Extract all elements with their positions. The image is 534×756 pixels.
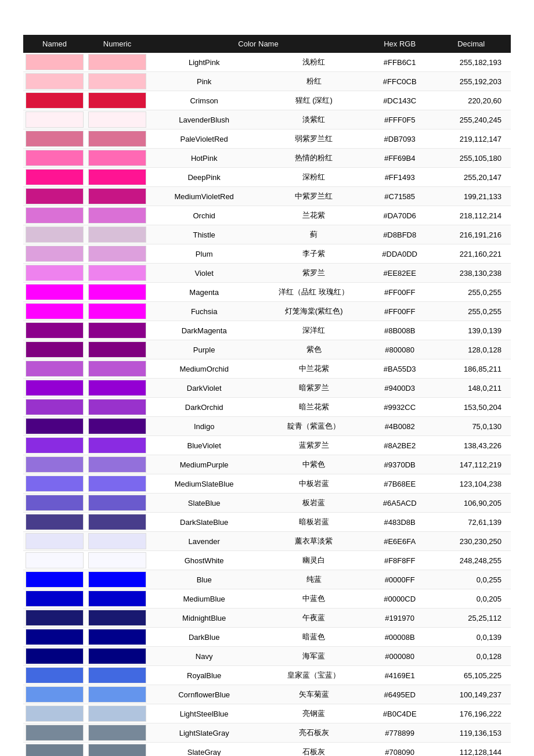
numeric-swatch [88,226,146,243]
numeric-swatch-cell [86,53,149,72]
col-named: Named [23,35,86,53]
table-row: Blue纯蓝#0000FF0,0,255 [23,570,511,589]
color-hex: #8B008B [368,321,431,340]
color-hex: #FFF0F5 [368,110,431,129]
named-swatch [26,610,84,626]
color-name-en: MediumPurple [149,455,259,474]
color-hex: #E6E6FA [368,532,431,551]
color-decimal: 100,149,237 [431,685,511,704]
color-decimal: 0,0,205 [431,589,511,609]
color-decimal: 199,21,133 [431,187,511,206]
numeric-swatch [88,476,146,492]
named-swatch-cell [23,72,86,91]
numeric-swatch [88,111,146,128]
color-decimal: 128,0,128 [431,340,511,359]
color-hex: #0000CD [368,589,431,609]
color-name-zh: 李子紫 [259,244,368,264]
numeric-swatch [88,725,146,741]
color-name-zh: 深洋红 [259,321,368,340]
numeric-swatch [88,303,146,319]
named-swatch [26,514,84,530]
numeric-swatch [88,667,146,683]
color-name-en: DarkBlue [149,628,259,647]
named-swatch [26,495,84,511]
color-name-en: LavenderBlush [149,110,259,129]
color-name-zh: 亮钢蓝 [259,704,368,723]
numeric-swatch [88,648,146,664]
color-decimal: 255,0,255 [431,283,511,302]
table-row: GhostWhite幽灵白#F8F8FF248,248,255 [23,551,511,570]
color-decimal: 230,230,250 [431,532,511,551]
color-name-en: Crimson [149,91,259,110]
numeric-swatch [88,131,146,147]
table-row: MediumVioletRed中紫罗兰红#C71585199,21,133 [23,187,511,206]
color-name-zh: 纯蓝 [259,570,368,589]
numeric-swatch [88,437,146,453]
named-swatch-cell [23,359,86,379]
numeric-swatch-cell [86,436,149,455]
color-decimal: 148,0,211 [431,379,511,398]
numeric-swatch-cell [86,723,149,743]
color-name-en: Violet [149,264,259,283]
table-row: MediumBlue中蓝色#0000CD0,0,205 [23,589,511,609]
numeric-swatch [88,188,146,204]
numeric-swatch [88,265,146,281]
table-row: PaleVioletRed弱紫罗兰红#DB7093219,112,147 [23,129,511,149]
named-swatch-cell [23,340,86,359]
named-swatch-cell [23,609,86,628]
color-name-zh: 午夜蓝 [259,609,368,628]
numeric-swatch-cell [86,666,149,685]
color-name-en: MediumOrchid [149,359,259,379]
table-row: Navy海军蓝#0000800,0,128 [23,647,511,666]
table-row: CornflowerBlue矢车菊蓝#6495ED100,149,237 [23,685,511,704]
color-hex: #FFC0CB [368,72,431,91]
numeric-swatch-cell [86,551,149,570]
named-swatch [26,361,84,377]
named-swatch-cell [23,685,86,704]
color-decimal: 75,0,130 [431,417,511,436]
named-swatch-cell [23,225,86,244]
named-swatch [26,131,84,147]
color-name-en: HotPink [149,149,259,168]
color-name-en: Orchid [149,206,259,225]
named-swatch-cell [23,513,86,532]
color-name-en: Plum [149,244,259,264]
color-hex: #B0C4DE [368,704,431,723]
named-swatch-cell [23,398,86,417]
named-swatch-cell [23,723,86,743]
numeric-swatch [88,322,146,339]
numeric-swatch [88,361,146,377]
numeric-swatch-cell [86,110,149,129]
numeric-swatch-cell [86,340,149,359]
named-swatch-cell [23,417,86,436]
table-row: DarkMagenta深洋红#8B008B139,0,139 [23,321,511,340]
color-name-zh: 中紫罗兰红 [259,187,368,206]
color-name-en: Magenta [149,283,259,302]
color-name-zh: 石板灰 [259,743,368,757]
numeric-swatch [88,533,146,549]
color-hex: #4B0082 [368,417,431,436]
numeric-swatch [88,456,146,473]
color-decimal: 216,191,216 [431,225,511,244]
numeric-swatch-cell [86,704,149,723]
color-name-zh: 紫色 [259,340,368,359]
numeric-swatch [88,686,146,703]
table-row: MediumOrchid中兰花紫#BA55D3186,85,211 [23,359,511,379]
color-name-zh: 浅粉红 [259,53,368,72]
table-row: LightSlateGray亮石板灰#778899119,136,153 [23,723,511,743]
numeric-swatch [88,380,146,396]
color-hex: #000080 [368,647,431,666]
color-hex: #708090 [368,743,431,757]
numeric-swatch-cell [86,609,149,628]
table-row: Violet紫罗兰#EE82EE238,130,238 [23,264,511,283]
color-hex: #FF69B4 [368,149,431,168]
numeric-swatch [88,54,146,70]
table-row: MidnightBlue午夜蓝#19197025,25,112 [23,609,511,628]
numeric-swatch [88,591,146,607]
named-swatch [26,456,84,473]
color-decimal: 138,43,226 [431,436,511,455]
color-hex: #EE82EE [368,264,431,283]
color-name-zh: 中紫色 [259,455,368,474]
named-swatch-cell [23,302,86,321]
color-hex: #FF1493 [368,168,431,187]
